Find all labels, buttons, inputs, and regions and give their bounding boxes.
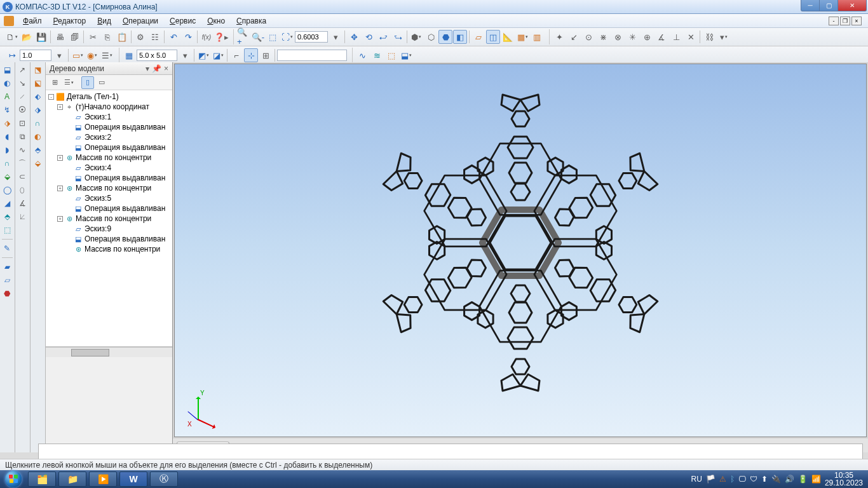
start-button[interactable] bbox=[0, 470, 27, 488]
vt1-surf1-icon[interactable]: ▰ bbox=[1, 261, 13, 273]
taskbar-explorer1[interactable]: 🗂️ bbox=[28, 471, 56, 487]
snap10-button[interactable]: ✕ bbox=[684, 30, 698, 44]
zoom-value-input[interactable] bbox=[295, 31, 328, 43]
curve1-button[interactable]: ∿ bbox=[355, 48, 369, 62]
vt2-4[interactable]: ⦿ bbox=[16, 104, 29, 116]
zoom-window-button[interactable]: ⬚ bbox=[266, 30, 280, 44]
vt1-surf2-icon[interactable]: ▱ bbox=[1, 274, 13, 287]
help-cursor-button[interactable]: ❓▸ bbox=[214, 30, 228, 44]
vt3-1[interactable]: ⬔ bbox=[31, 64, 44, 76]
vt2-8[interactable]: ⌒ bbox=[16, 157, 29, 170]
vt1-sketch-icon[interactable]: ✎ bbox=[1, 242, 13, 255]
ortho-button[interactable]: ⌐ bbox=[229, 48, 243, 62]
tree-root-label[interactable]: Деталь (Тел-1) bbox=[67, 92, 119, 101]
tray-av1-icon[interactable]: 🛡 bbox=[750, 475, 757, 484]
taskbar-word[interactable]: W bbox=[119, 471, 147, 487]
vt1-draft-icon[interactable]: ◢ bbox=[1, 197, 13, 210]
vt1-line-icon[interactable]: ↯ bbox=[1, 104, 13, 116]
zoom-prev-button[interactable]: ⮐ bbox=[376, 30, 390, 44]
mdi-restore-button[interactable]: ❐ bbox=[840, 17, 850, 25]
measure-button[interactable]: 📐 bbox=[501, 30, 515, 44]
step-button[interactable]: ↦ bbox=[5, 48, 19, 62]
open-button[interactable]: 📂 bbox=[20, 30, 34, 44]
tray-lang[interactable]: RU bbox=[691, 475, 702, 484]
print-button[interactable]: 🖶 bbox=[53, 30, 67, 44]
perspective-button[interactable]: ▱ bbox=[471, 30, 485, 44]
vt3-3[interactable]: ⬖ bbox=[31, 90, 44, 103]
save-button[interactable]: 💾 bbox=[34, 30, 48, 44]
vt1-stop-icon[interactable]: ⬣ bbox=[1, 287, 13, 300]
menu-help[interactable]: Справка bbox=[231, 15, 271, 27]
fx-button[interactable]: f(x) bbox=[200, 30, 214, 44]
tb2-c[interactable]: ☰ bbox=[100, 48, 114, 62]
tray-clock[interactable]: 10:35 29.10.2023 bbox=[825, 471, 863, 487]
tree-item[interactable]: ⊛Массив по концентри bbox=[46, 244, 172, 254]
tree-expander[interactable]: + bbox=[57, 186, 63, 191]
snap6-button[interactable]: ✳ bbox=[625, 30, 639, 44]
tree-item[interactable]: ⬓Операция выдавливан bbox=[46, 234, 172, 244]
snap5-button[interactable]: ⊗ bbox=[611, 30, 625, 44]
tree-tb4[interactable]: ▭ bbox=[95, 76, 108, 89]
vt2-1[interactable]: ↗ bbox=[16, 64, 29, 76]
tree-item[interactable]: ⬓Операция выдавливан bbox=[46, 203, 172, 214]
vt1-pattern-icon[interactable]: ⬚ bbox=[1, 224, 13, 236]
tray-power-icon[interactable]: 🔌 bbox=[771, 475, 781, 484]
vt1-letter-icon[interactable]: A bbox=[1, 90, 13, 103]
snap1-button[interactable]: ✦ bbox=[552, 30, 566, 44]
menu-file[interactable]: Файл bbox=[18, 15, 47, 27]
snap-drop-button[interactable]: ▾ bbox=[717, 30, 731, 44]
tree-item[interactable]: ⬓Операция выдавливан bbox=[46, 122, 172, 132]
tree-item[interactable]: ▱Эскиз:1 bbox=[46, 112, 172, 122]
vt1-rib-icon[interactable]: ⬙ bbox=[1, 170, 13, 183]
snap8-button[interactable]: ∡ bbox=[654, 30, 668, 44]
tray-volume-icon[interactable]: 🔊 bbox=[785, 475, 794, 484]
tree-item[interactable]: +⊛Массив по концентри bbox=[46, 183, 172, 193]
vt1-thread-icon[interactable]: ⬘ bbox=[1, 210, 13, 223]
taskbar-explorer2[interactable]: 📁 bbox=[58, 471, 86, 487]
redo-button[interactable]: ↷ bbox=[181, 30, 195, 44]
vt2-7[interactable]: ∿ bbox=[16, 144, 29, 156]
snap9-button[interactable]: ⊥ bbox=[669, 30, 683, 44]
vt1-revolve-icon[interactable]: ◐ bbox=[1, 77, 13, 90]
tree-expander[interactable]: + bbox=[57, 216, 63, 222]
plane1-button[interactable]: ◩ bbox=[196, 48, 210, 62]
tray-shield-icon[interactable]: ⚠ bbox=[719, 475, 726, 484]
zoom-drop-button[interactable]: ▾ bbox=[329, 30, 342, 44]
tree-root-expander[interactable]: - bbox=[48, 94, 54, 100]
grid-input[interactable] bbox=[137, 50, 177, 61]
vt1-fillet-icon[interactable]: ◖ bbox=[1, 130, 13, 143]
vt2-11[interactable]: ∡ bbox=[16, 197, 29, 210]
tree-item[interactable]: ⬓Операция выдавливан bbox=[46, 142, 172, 152]
tray-flag-icon[interactable]: 🏳️ bbox=[706, 475, 715, 484]
vt3-8[interactable]: ⬙ bbox=[31, 157, 44, 170]
vt2-10[interactable]: ⬯ bbox=[16, 184, 29, 196]
tree-pin2-icon[interactable]: 📌 bbox=[152, 64, 161, 73]
coord-input[interactable] bbox=[277, 50, 347, 61]
model-tree[interactable]: -🟧Деталь (Тел-1) +⌖(т)Начало координат▱Э… bbox=[46, 90, 172, 347]
tree-item[interactable]: ⬓Операция выдавливан bbox=[46, 173, 172, 183]
tree-item[interactable]: ▱Эскиз:9 bbox=[46, 224, 172, 234]
tray-network-icon[interactable]: 📶 bbox=[811, 475, 821, 484]
tray-bluetooth-icon[interactable]: ᛒ bbox=[730, 475, 735, 484]
copy-button[interactable]: ⎘ bbox=[100, 30, 114, 44]
close-button[interactable]: ✕ bbox=[837, 0, 867, 11]
vt3-6[interactable]: ◐ bbox=[31, 130, 44, 143]
undo-button[interactable]: ↶ bbox=[166, 30, 180, 44]
grid-drop[interactable]: ▾ bbox=[178, 48, 192, 62]
plane2-button[interactable]: ◪ bbox=[211, 48, 225, 62]
tree-expander[interactable]: + bbox=[57, 155, 63, 161]
zoom-fit-button[interactable]: ⛶ bbox=[280, 30, 294, 44]
tree-item[interactable]: ▱Эскиз:4 bbox=[46, 163, 172, 173]
tree-item[interactable]: ▱Эскиз:5 bbox=[46, 193, 172, 203]
vt1-chamfer-icon[interactable]: ◗ bbox=[1, 144, 13, 156]
snap2-button[interactable]: ↙ bbox=[567, 30, 581, 44]
taskbar-media[interactable]: ▶️ bbox=[89, 471, 117, 487]
curve4-button[interactable]: ⬓ bbox=[399, 48, 413, 62]
tree-close-icon[interactable]: × bbox=[164, 64, 168, 73]
step-input[interactable] bbox=[20, 50, 51, 61]
mdi-close-button[interactable]: × bbox=[851, 17, 862, 25]
vt1-shell-icon[interactable]: ∩ bbox=[1, 157, 13, 170]
snap3-button[interactable]: ⊙ bbox=[581, 30, 595, 44]
app-menu-icon[interactable] bbox=[4, 16, 14, 26]
pan-button[interactable]: ✥ bbox=[347, 30, 361, 44]
